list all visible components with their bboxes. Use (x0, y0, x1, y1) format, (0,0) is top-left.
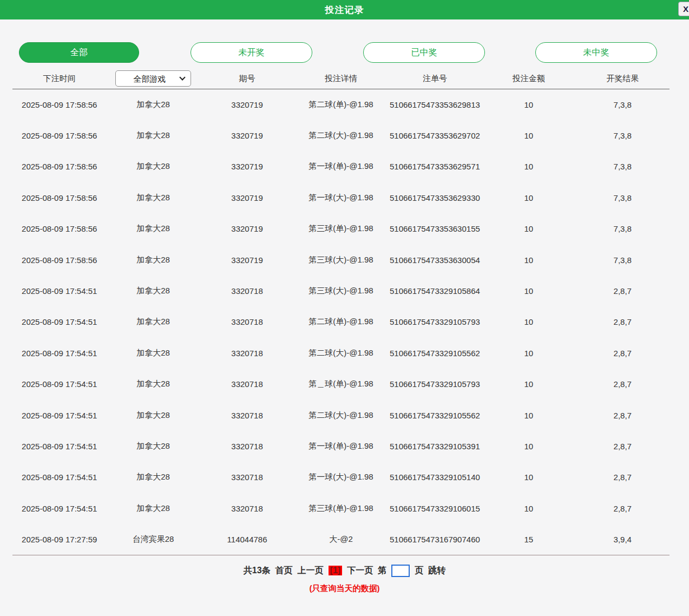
table-body: 2025-08-09 17:58:56 加拿大28 3320719 第二球(单)… (12, 89, 670, 555)
prev-page-link[interactable]: 上一页 (298, 565, 324, 576)
cell-detail: 第一球(大)-@1.98 (294, 462, 388, 493)
cell-order: 51066175473353629813 (388, 89, 482, 120)
cell-game: 加拿大28 (106, 182, 200, 213)
cell-time: 2025-08-09 17:58:56 (12, 182, 106, 213)
close-button[interactable]: X (678, 2, 689, 16)
table-row: 2025-08-09 17:54:51 加拿大28 3320718 第二球(单)… (12, 306, 670, 337)
filter-all-button[interactable]: 全部 (19, 42, 139, 63)
col-header-bet-time: 下注时间 (12, 70, 106, 89)
cell-period: 3320719 (200, 213, 294, 244)
cell-result: 7,3,8 (576, 182, 670, 213)
cell-time: 2025-08-09 17:58:56 (12, 151, 106, 182)
cell-result: 2,8,7 (576, 369, 670, 399)
cell-amount: 10 (482, 338, 575, 369)
cell-period: 3320719 (200, 244, 294, 275)
cell-detail: 第三球(单)-@1.98 (294, 213, 388, 244)
cell-detail: 第一球(大)-@1.98 (294, 182, 388, 213)
cell-period: 3320719 (200, 182, 294, 213)
cell-detail: 第三球(大)-@1.98 (294, 276, 388, 306)
cell-period: 3320718 (200, 338, 294, 369)
next-page-link[interactable]: 下一页 (347, 565, 373, 576)
table-header-row: 下注时间 全部游戏 期号 投注详情 注单号 投注金额 开奖结果 (12, 70, 670, 89)
cell-amount: 10 (482, 431, 575, 462)
cell-result: 2,8,7 (576, 306, 670, 337)
cell-detail: 第二球(单)-@1.98 (294, 89, 388, 120)
cell-order: 51066175473329105793 (388, 306, 482, 337)
cell-period: 3320718 (200, 493, 294, 524)
table-row: 2025-08-09 17:58:56 加拿大28 3320719 第三球(单)… (12, 213, 670, 244)
page-number-input[interactable] (391, 565, 410, 577)
table-row: 2025-08-09 17:54:51 加拿大28 3320718 第二球(大)… (12, 399, 670, 430)
cell-order: 51066175473353630054 (388, 244, 482, 275)
today-only-note: (只查询当天的数据) (0, 584, 689, 594)
cell-period: 3320718 (200, 369, 294, 399)
cell-detail: 第三球(单)-@1.98 (294, 493, 388, 524)
col-header-period: 期号 (200, 70, 294, 89)
table-row: 2025-08-09 17:58:56 加拿大28 3320719 第三球(大)… (12, 244, 670, 275)
cell-amount: 10 (482, 493, 575, 524)
cell-result: 7,3,8 (576, 244, 670, 275)
cell-time: 2025-08-09 17:54:51 (12, 369, 106, 399)
cell-amount: 10 (482, 213, 575, 244)
cell-amount: 10 (482, 120, 575, 151)
col-header-order: 注单号 (388, 70, 482, 89)
jump-button[interactable]: 跳转 (428, 565, 445, 576)
filter-undrawn-button[interactable]: 未开奖 (191, 42, 312, 63)
cell-amount: 10 (482, 89, 575, 120)
cell-amount: 15 (482, 524, 575, 555)
cell-time: 2025-08-09 17:54:51 (12, 431, 106, 462)
cell-game: 台湾宾果28 (106, 524, 200, 555)
cell-game: 加拿大28 (106, 151, 200, 182)
cell-period: 3320719 (200, 120, 294, 151)
records-table: 下注时间 全部游戏 期号 投注详情 注单号 投注金额 开奖结果 202 (12, 70, 670, 555)
cell-result: 2,8,7 (576, 338, 670, 369)
table-row: 2025-08-09 17:58:56 加拿大28 3320719 第二球(单)… (12, 89, 670, 120)
cell-detail: 第一球(单)-@1.98 (294, 431, 388, 462)
cell-time: 2025-08-09 17:27:59 (12, 524, 106, 555)
cell-amount: 10 (482, 276, 575, 306)
cell-amount: 10 (482, 151, 575, 182)
game-select[interactable]: 全部游戏 (115, 70, 191, 87)
cell-period: 3320718 (200, 462, 294, 493)
cell-game: 加拿大28 (106, 120, 200, 151)
cell-order: 51066175473329105562 (388, 338, 482, 369)
cell-game: 加拿大28 (106, 244, 200, 275)
cell-amount: 10 (482, 399, 575, 430)
cell-result: 7,3,8 (576, 89, 670, 120)
table-row: 2025-08-09 17:54:51 加拿大28 3320718 第三球(大)… (12, 276, 670, 306)
cell-time: 2025-08-09 17:54:51 (12, 493, 106, 524)
jump-suffix-label: 页 (415, 565, 423, 576)
filter-won-button[interactable]: 已中奖 (363, 42, 485, 63)
cell-amount: 10 (482, 369, 575, 399)
current-page-indicator: [1] (329, 566, 343, 575)
table-row: 2025-08-09 17:54:51 加拿大28 3320718 第＿球(单)… (12, 369, 670, 399)
first-page-link[interactable]: 首页 (275, 565, 293, 576)
cell-period: 3320719 (200, 151, 294, 182)
table-row: 2025-08-09 17:54:51 加拿大28 3320718 第三球(单)… (12, 493, 670, 524)
filter-bar: 全部 未开奖 已中奖 未中奖 (0, 42, 689, 63)
table-row: 2025-08-09 17:58:56 加拿大28 3320719 第一球(大)… (12, 182, 670, 213)
cell-result: 2,8,7 (576, 276, 670, 306)
cell-time: 2025-08-09 17:58:56 (12, 244, 106, 275)
col-header-amount: 投注金额 (482, 70, 575, 89)
cell-amount: 10 (482, 306, 575, 337)
col-header-game-select: 全部游戏 (106, 70, 200, 89)
col-header-result: 开奖结果 (576, 70, 670, 89)
betting-records-window: 投注记录 X 全部 未开奖 已中奖 未中奖 下注时间 全部游戏 期号 投注详情 (0, 0, 689, 616)
cell-order: 51066175473353629330 (388, 182, 482, 213)
cell-time: 2025-08-09 17:58:56 (12, 213, 106, 244)
table-row: 2025-08-09 17:54:51 加拿大28 3320718 第一球(大)… (12, 462, 670, 493)
cell-result: 2,8,7 (576, 493, 670, 524)
jump-prefix-label: 第 (378, 565, 386, 576)
cell-order: 51066175473329105864 (388, 276, 482, 306)
cell-result: 7,3,8 (576, 213, 670, 244)
table-row: 2025-08-09 17:58:56 加拿大28 3320719 第一球(单)… (12, 151, 670, 182)
cell-result: 2,8,7 (576, 431, 670, 462)
pagination: 共13条 首页 上一页 [1] 下一页 第 页 跳转 (0, 565, 689, 577)
cell-game: 加拿大28 (106, 399, 200, 430)
cell-period: 3320719 (200, 89, 294, 120)
cell-amount: 10 (482, 182, 575, 213)
filter-lost-button[interactable]: 未中奖 (535, 42, 657, 63)
cell-time: 2025-08-09 17:54:51 (12, 276, 106, 306)
cell-time: 2025-08-09 17:58:56 (12, 89, 106, 120)
